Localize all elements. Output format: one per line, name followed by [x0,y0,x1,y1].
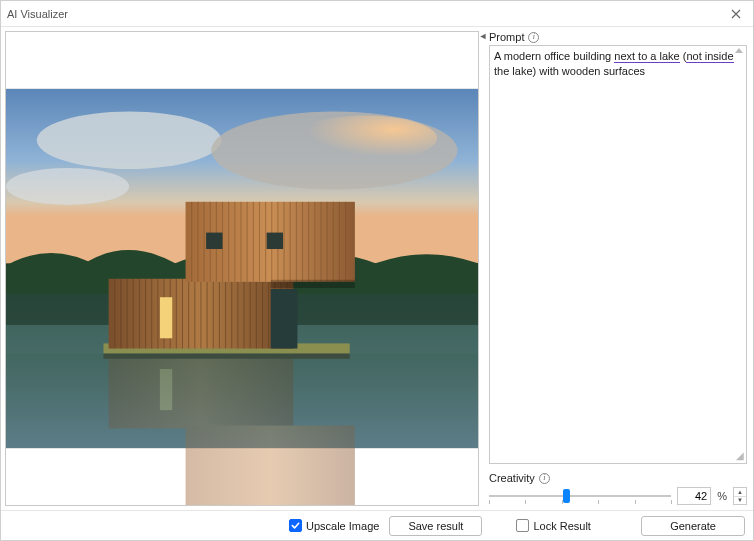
prompt-text-ul-1: next to a lake [614,50,679,63]
slider-thumb[interactable] [563,489,570,503]
pane-divider[interactable]: ◄ [479,27,487,510]
info-icon[interactable]: i [528,32,539,43]
upscale-label: Upscale Image [306,520,379,532]
close-button[interactable] [725,5,747,23]
creativity-slider-row: % ▲ ▼ [489,486,747,506]
controls-pane: Prompt i A modern office building next t… [487,27,753,510]
check-icon [291,521,300,530]
info-icon[interactable]: i [539,473,550,484]
creativity-value-input[interactable] [677,487,711,505]
lock-result-checkbox[interactable] [516,519,529,532]
svg-rect-43 [271,289,298,349]
prompt-section: Prompt i A modern office building next t… [489,31,747,464]
image-pane [1,27,479,510]
percent-label: % [717,490,727,502]
save-result-button[interactable]: Save result [389,516,482,536]
titlebar: AI Visualizer [1,1,753,27]
prompt-text-1: A modern office building [494,50,614,62]
resize-grip-icon[interactable]: ◢ [736,451,744,461]
svg-rect-72 [267,233,283,249]
generate-button[interactable]: Generate [641,516,745,536]
stepper-up-icon[interactable]: ▲ [734,488,746,497]
creativity-section: Creativity i % ▲ ▼ [489,472,747,506]
stepper-down-icon[interactable]: ▼ [734,497,746,505]
slider-line [489,495,671,497]
svg-point-5 [293,116,437,161]
main-body: ◄ Prompt i A modern office building next… [1,27,753,510]
svg-rect-73 [271,280,355,288]
ai-visualizer-window: AI Visualizer [0,0,754,541]
lock-result-checkbox-row[interactable]: Lock Result [516,519,590,532]
prompt-expand-icon[interactable] [735,48,743,53]
generated-image [6,32,478,505]
close-icon [731,9,741,19]
prompt-textarea[interactable]: A modern office building next to a lake … [489,45,747,464]
svg-rect-71 [206,233,222,249]
svg-point-6 [6,168,129,205]
creativity-slider[interactable] [489,486,671,506]
prompt-label: Prompt [489,31,524,43]
prompt-side-controls [735,48,743,59]
upscale-checkbox[interactable] [289,519,302,532]
svg-rect-42 [160,297,172,338]
slider-ticks [489,500,671,504]
creativity-label: Creativity [489,472,535,484]
canvas-frame[interactable] [5,31,479,506]
creativity-stepper[interactable]: ▲ ▼ [733,487,747,505]
upscale-checkbox-row[interactable]: Upscale Image [289,519,379,532]
svg-point-3 [37,112,222,169]
lock-result-label: Lock Result [533,520,590,532]
creativity-label-row: Creativity i [489,472,747,484]
prompt-label-row: Prompt i [489,31,747,43]
window-title: AI Visualizer [7,8,725,20]
footer: Upscale Image Save result Lock Result Ge… [1,510,753,540]
svg-rect-77 [6,354,478,448]
prompt-text-3: the lake) with wooden surfaces [494,65,645,77]
prompt-text-ul-2: not inside [686,50,733,63]
